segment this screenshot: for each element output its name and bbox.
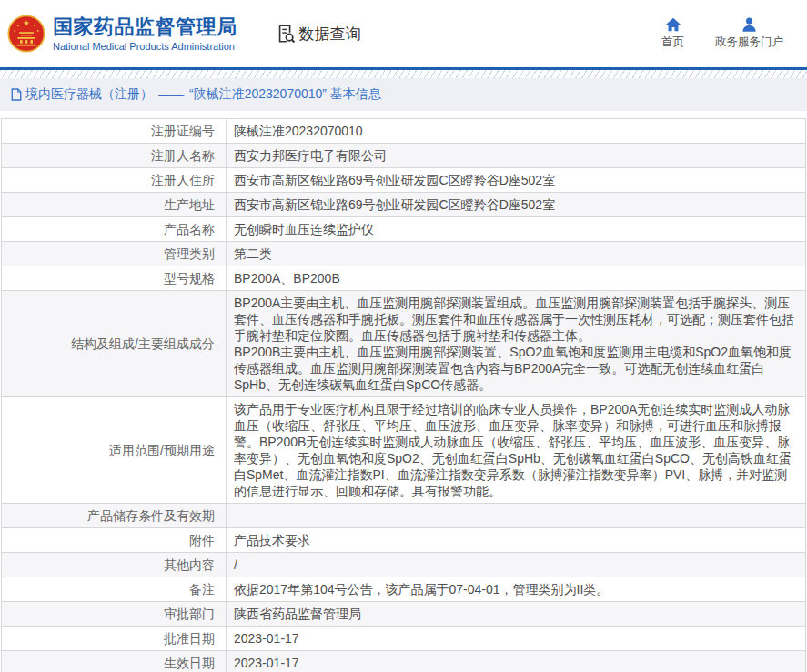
top-nav: 首页 政务服务门户 — [661, 17, 783, 50]
row-label-text: 备注 — [189, 581, 215, 597]
row-value: 陕西省药品监督管理局 — [227, 602, 805, 626]
row-label: 适用范围/预期用途 — [2, 397, 227, 503]
row-label-text: 注册人住所 — [151, 172, 215, 188]
row-label: 注册人名称 — [2, 144, 227, 167]
site-logo[interactable]: 国家药品监督管理局 National Medical Products Admi… — [7, 13, 237, 55]
table-row: 批准日期2023-01-17 — [2, 627, 805, 651]
row-label: 产品储存条件及有效期 — [2, 504, 227, 527]
row-label-text: 生产地址 — [164, 196, 215, 213]
data-query-label: 数据查询 — [299, 24, 361, 45]
row-label-text: 附件 — [189, 532, 215, 548]
row-value: / — [227, 553, 805, 577]
table-row: 生产地址西安市高新区锦业路69号创业研发园C区瞪羚谷D座502室 — [2, 193, 805, 217]
row-value: 西安市高新区锦业路69号创业研发园C区瞪羚谷D座502室 — [227, 168, 805, 192]
table-row: 适用范围/预期用途该产品用于专业医疗机构且限于经过培训的临床专业人员操作，BP2… — [2, 397, 805, 504]
row-label-text: 其他内容 — [164, 557, 215, 573]
breadcrumb-separator: —— — [158, 87, 184, 102]
row-label: 批准日期 — [2, 627, 227, 650]
home-icon — [665, 17, 681, 32]
breadcrumb-bar: 境内医疗器械（注册） —— “陕械注准20232070010” 基本信息 — [0, 78, 807, 111]
header-stripe-band — [0, 70, 807, 78]
info-table: 注册证编号陕械注准20232070010注册人名称西安力邦医疗电子有限公司注册人… — [1, 118, 806, 672]
site-title-block: 国家药品监督管理局 National Medical Products Admi… — [53, 15, 237, 52]
row-value: 依据2017年第104号公告，该产品属于07-04-01，管理类别为II类。 — [227, 577, 805, 601]
row-value: 2023-01-17 — [227, 627, 805, 650]
table-row: 附件产品技术要求 — [2, 528, 805, 553]
row-value: 第二类 — [227, 242, 805, 266]
row-label: 其他内容 — [2, 553, 227, 577]
row-label-text: 结构及组成/主要组成成分 — [71, 336, 215, 352]
table-row: 管理类别第二类 — [2, 242, 805, 266]
row-value: 陕械注准20232070010 — [227, 119, 805, 143]
nav-item-label: 政务服务门户 — [715, 35, 783, 50]
row-label-text: 审批部门 — [164, 606, 215, 622]
row-label: 注册人住所 — [2, 168, 227, 192]
row-label: 型号规格 — [2, 266, 227, 290]
row-label-text: 生效日期 — [164, 655, 215, 671]
row-label: 产品名称 — [2, 217, 227, 241]
site-header: 国家药品监督管理局 National Medical Products Admi… — [0, 0, 807, 67]
row-label: 生产地址 — [2, 193, 227, 216]
row-label: 备注 — [2, 577, 227, 601]
data-query-tab[interactable]: 数据查询 — [276, 24, 361, 45]
table-row: 型号规格BP200A、BP200B — [2, 266, 805, 291]
table-row: 审批部门陕西省药品监督管理局 — [2, 602, 805, 627]
row-label: 审批部门 — [2, 602, 227, 626]
table-row: 结构及组成/主要组成成分BP200A主要由主机、血压监测用腕部探测装置组成。血压… — [2, 291, 805, 397]
row-value: 无创瞬时血压连续监护仪 — [227, 217, 805, 241]
row-label-text: 型号规格 — [164, 270, 215, 286]
row-label-text: 注册人名称 — [151, 147, 215, 164]
table-row: 其他内容/ — [2, 553, 805, 577]
row-label-text: 管理类别 — [164, 246, 215, 262]
row-label-text: 批准日期 — [164, 630, 215, 647]
table-row: 产品储存条件及有效期 — [2, 504, 805, 528]
site-title: 国家药品监督管理局 — [53, 15, 237, 39]
breadcrumb-section-link[interactable]: 境内医疗器械（注册） — [11, 86, 153, 103]
table-row: 注册证编号陕械注准20232070010 — [2, 119, 805, 144]
row-label: 生效日期 — [2, 651, 227, 672]
row-label: 管理类别 — [2, 242, 227, 266]
user-icon — [741, 17, 757, 32]
row-value: 西安力邦医疗电子有限公司 — [227, 144, 805, 167]
row-label-text: 适用范围/预期用途 — [109, 442, 215, 458]
row-label: 附件 — [2, 528, 227, 552]
row-value: 产品技术要求 — [227, 528, 805, 552]
site-subtitle: National Medical Products Administration — [53, 41, 237, 52]
row-label-text: 产品名称 — [164, 221, 215, 237]
row-label: 注册证编号 — [2, 119, 227, 143]
nav-item-label: 首页 — [661, 35, 684, 50]
document-search-icon — [276, 24, 296, 44]
row-label-text: 注册证编号 — [151, 123, 215, 139]
breadcrumb: 境内医疗器械（注册） —— “陕械注准20232070010” 基本信息 — [11, 86, 381, 103]
row-value: 西安市高新区锦业路69号创业研发园C区瞪羚谷D座502室 — [227, 193, 805, 216]
breadcrumb-section: 境内医疗器械（注册） — [25, 86, 153, 103]
table-row: 注册人名称西安力邦医疗电子有限公司 — [2, 144, 805, 168]
document-icon — [11, 88, 22, 101]
row-label-text: 产品储存条件及有效期 — [87, 507, 215, 524]
row-value: 2023-01-17 — [227, 651, 805, 672]
row-value — [227, 504, 805, 527]
table-row: 产品名称无创瞬时血压连续监护仪 — [2, 217, 805, 242]
breadcrumb-current: “陕械注准20232070010” 基本信息 — [189, 86, 381, 103]
row-value: 该产品用于专业医疗机构且限于经过培训的临床专业人员操作，BP200A无创连续实时… — [227, 397, 805, 503]
table-row: 注册人住所西安市高新区锦业路69号创业研发园C区瞪羚谷D座502室 — [2, 168, 805, 193]
table-row: 生效日期2023-01-17 — [2, 651, 805, 672]
row-value: BP200A、BP200B — [227, 266, 805, 290]
national-emblem-icon — [7, 13, 45, 55]
nav-item-home[interactable]: 首页 — [661, 17, 684, 50]
nav-item-service-portal[interactable]: 政务服务门户 — [715, 17, 783, 50]
row-label: 结构及组成/主要组成成分 — [2, 291, 227, 396]
table-row: 备注依据2017年第104号公告，该产品属于07-04-01，管理类别为II类。 — [2, 577, 805, 602]
row-value: BP200A主要由主机、血压监测用腕部探测装置组成。血压监测用腕部探测装置包括手… — [227, 291, 805, 396]
